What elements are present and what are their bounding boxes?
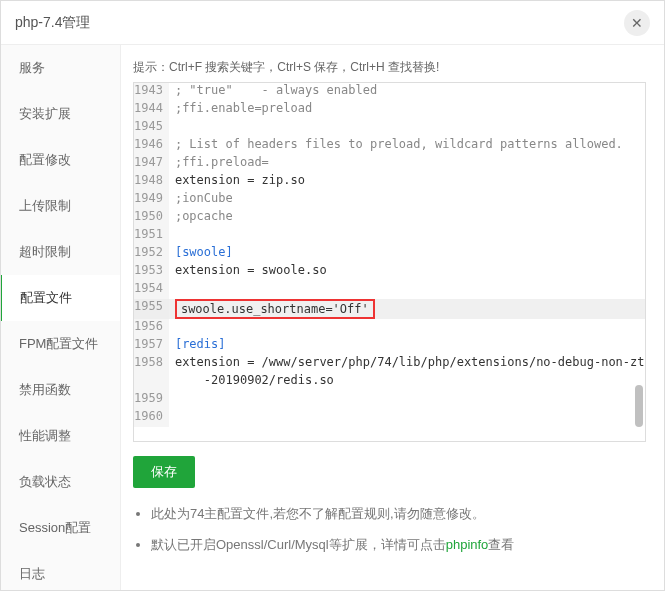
line-number: 1960 bbox=[134, 409, 169, 427]
code-line[interactable] bbox=[169, 409, 645, 427]
line-number: 1958 bbox=[134, 355, 169, 373]
save-button[interactable]: 保存 bbox=[133, 456, 195, 488]
note-text: 查看 bbox=[488, 537, 514, 552]
code-table: 1943; "true" - always enabled1944;ffi.en… bbox=[134, 83, 645, 427]
sidebar-item[interactable]: 安装扩展 bbox=[1, 91, 120, 137]
sidebar-item[interactable]: 日志 bbox=[1, 551, 120, 590]
sidebar-item[interactable]: 配置文件 bbox=[1, 275, 120, 321]
scrollbar-track[interactable] bbox=[635, 85, 643, 439]
line-number: 1955 bbox=[134, 299, 169, 319]
modal-body: 服务安装扩展配置修改上传限制超时限制配置文件FPM配置文件禁用函数性能调整负载状… bbox=[1, 45, 664, 590]
modal-title: php-7.4管理 bbox=[15, 14, 90, 32]
code-line[interactable]: [swoole] bbox=[169, 245, 645, 263]
sidebar-item[interactable]: 配置修改 bbox=[1, 137, 120, 183]
code-line[interactable]: ;ffi.preload= bbox=[169, 155, 645, 173]
note-text: 此处为74主配置文件,若您不了解配置规则,请勿随意修改。 bbox=[151, 506, 485, 521]
code-editor[interactable]: 1943; "true" - always enabled1944;ffi.en… bbox=[133, 82, 646, 442]
note-item: 默认已开启Openssl/Curl/Mysql等扩展，详情可点击phpinfo查… bbox=[151, 535, 646, 556]
line-number: 1952 bbox=[134, 245, 169, 263]
sidebar-item[interactable]: 禁用函数 bbox=[1, 367, 120, 413]
line-number: 1950 bbox=[134, 209, 169, 227]
line-number: 1943 bbox=[134, 83, 169, 101]
sidebar-item[interactable]: 服务 bbox=[1, 45, 120, 91]
sidebar-item[interactable]: 超时限制 bbox=[1, 229, 120, 275]
content-pane: 提示：Ctrl+F 搜索关键字，Ctrl+S 保存，Ctrl+H 查找替换! 1… bbox=[121, 45, 664, 590]
phpinfo-link[interactable]: phpinfo bbox=[446, 537, 489, 552]
code-line[interactable] bbox=[169, 319, 645, 337]
notes-list: 此处为74主配置文件,若您不了解配置规则,请勿随意修改。 默认已开启Openss… bbox=[133, 504, 646, 566]
code-line[interactable]: extension = zip.so bbox=[169, 173, 645, 191]
line-number: 1951 bbox=[134, 227, 169, 245]
note-text: 默认已开启Openssl/Curl/Mysql等扩展，详情可点击 bbox=[151, 537, 446, 552]
sidebar-item[interactable]: 性能调整 bbox=[1, 413, 120, 459]
sidebar-item[interactable]: FPM配置文件 bbox=[1, 321, 120, 367]
line-number: 1956 bbox=[134, 319, 169, 337]
hint-text: 提示：Ctrl+F 搜索关键字，Ctrl+S 保存，Ctrl+H 查找替换! bbox=[133, 59, 646, 76]
code-line[interactable]: ; "true" - always enabled bbox=[169, 83, 645, 101]
code-line[interactable]: swoole.use_shortname='Off' bbox=[169, 299, 645, 319]
note-item: 此处为74主配置文件,若您不了解配置规则,请勿随意修改。 bbox=[151, 504, 646, 525]
modal: php-7.4管理 ✕ 服务安装扩展配置修改上传限制超时限制配置文件FPM配置文… bbox=[0, 0, 665, 591]
code-line[interactable] bbox=[169, 391, 645, 409]
line-number: 1945 bbox=[134, 119, 169, 137]
code-line[interactable]: ; List of headers files to preload, wild… bbox=[169, 137, 645, 155]
line-number: 1949 bbox=[134, 191, 169, 209]
sidebar-item[interactable]: Session配置 bbox=[1, 505, 120, 551]
line-number: 1948 bbox=[134, 173, 169, 191]
close-button[interactable]: ✕ bbox=[624, 10, 650, 36]
line-number: 1947 bbox=[134, 155, 169, 173]
code-line[interactable] bbox=[169, 281, 645, 299]
line-number: 1944 bbox=[134, 101, 169, 119]
line-number: 1954 bbox=[134, 281, 169, 299]
line-number bbox=[134, 373, 169, 391]
sidebar-item[interactable]: 上传限制 bbox=[1, 183, 120, 229]
titlebar: php-7.4管理 ✕ bbox=[1, 1, 664, 45]
line-number: 1953 bbox=[134, 263, 169, 281]
code-line[interactable]: [redis] bbox=[169, 337, 645, 355]
line-number: 1957 bbox=[134, 337, 169, 355]
line-number: 1959 bbox=[134, 391, 169, 409]
close-icon: ✕ bbox=[631, 15, 643, 31]
code-line[interactable] bbox=[169, 227, 645, 245]
code-line[interactable]: -20190902/redis.so bbox=[169, 373, 645, 391]
code-line[interactable] bbox=[169, 119, 645, 137]
code-line[interactable]: extension = swoole.so bbox=[169, 263, 645, 281]
sidebar: 服务安装扩展配置修改上传限制超时限制配置文件FPM配置文件禁用函数性能调整负载状… bbox=[1, 45, 121, 590]
line-number: 1946 bbox=[134, 137, 169, 155]
code-line[interactable]: ;ionCube bbox=[169, 191, 645, 209]
sidebar-item[interactable]: 负载状态 bbox=[1, 459, 120, 505]
scrollbar-thumb[interactable] bbox=[635, 385, 643, 427]
code-line[interactable]: ;opcache bbox=[169, 209, 645, 227]
code-line[interactable]: extension = /www/server/php/74/lib/php/e… bbox=[169, 355, 645, 373]
code-line[interactable]: ;ffi.enable=preload bbox=[169, 101, 645, 119]
